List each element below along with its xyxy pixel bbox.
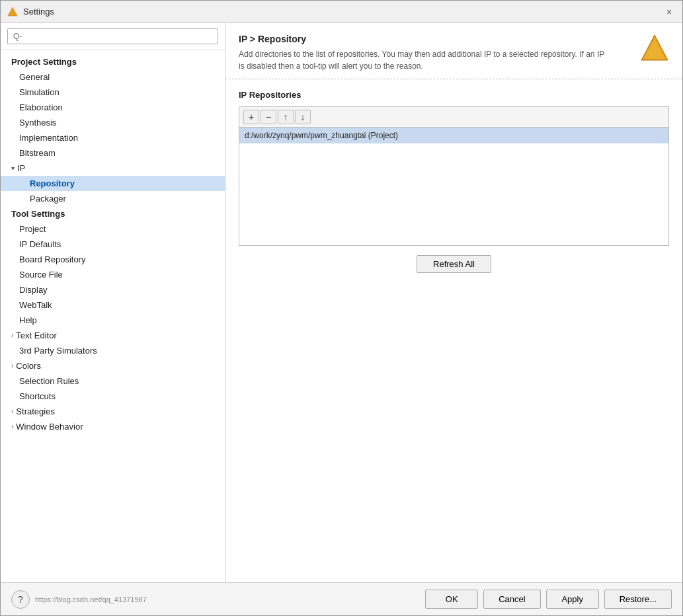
sidebar-item-packager[interactable]: Packager xyxy=(1,191,225,206)
nav-group-ip[interactable]: ▾ IP xyxy=(1,161,225,176)
sidebar-item-repository[interactable]: Repository xyxy=(1,176,225,191)
sidebar-item-implementation[interactable]: Implementation xyxy=(1,130,225,145)
sidebar-item-ip-defaults[interactable]: IP Defaults xyxy=(1,237,225,252)
restore-button[interactable]: Restore... xyxy=(604,590,672,609)
sidebar-item-general[interactable]: General xyxy=(1,69,225,85)
apply-button[interactable]: Apply xyxy=(546,590,599,609)
nav-tree: Project Settings General Simulation Elab… xyxy=(1,50,225,582)
sidebar-item-source-file[interactable]: Source File xyxy=(1,267,225,282)
list-item[interactable]: d:/work/zynq/pwm/pwm_zhuangtai (Project) xyxy=(239,128,668,143)
nav-group-strategies[interactable]: › Strategies xyxy=(1,404,225,419)
strategies-expand-arrow: › xyxy=(11,408,13,415)
search-input[interactable] xyxy=(7,28,218,44)
cancel-button[interactable]: Cancel xyxy=(483,590,540,609)
search-bar xyxy=(1,23,225,50)
repo-list: d:/work/zynq/pwm/pwm_zhuangtai (Project) xyxy=(239,127,669,246)
nav-group-text-editor[interactable]: › Text Editor xyxy=(1,328,225,343)
vivado-logo xyxy=(640,34,669,63)
sidebar-item-display[interactable]: Display xyxy=(1,282,225,297)
sidebar-item-shortcuts[interactable]: Shortcuts xyxy=(1,389,225,404)
nav-group-window-behavior[interactable]: › Window Behavior xyxy=(1,419,225,434)
sidebar-item-simulation[interactable]: Simulation xyxy=(1,85,225,100)
panel-title: IP > Repository xyxy=(239,34,629,44)
repo-toolbar: + − ↑ ↓ xyxy=(239,106,669,127)
sidebar-item-webtalk[interactable]: WebTalk xyxy=(1,297,225,313)
panel-description: Add directories to the list of repositor… xyxy=(239,48,609,72)
text-editor-expand-arrow: › xyxy=(11,332,13,339)
status-text: https://blog.csdn.net/qq_41371987 xyxy=(35,596,420,603)
ip-group-label: IP xyxy=(17,163,25,173)
colors-expand-arrow: › xyxy=(11,362,13,369)
panel-header-text: IP > Repository Add directories to the l… xyxy=(239,34,629,72)
add-repo-button[interactable]: + xyxy=(243,110,259,124)
title-bar: Settings × xyxy=(1,1,682,23)
settings-window: Settings × Project Settings General Simu… xyxy=(0,0,683,616)
panel-header: IP > Repository Add directories to the l… xyxy=(225,23,682,79)
refresh-all-button[interactable]: Refresh All xyxy=(417,255,491,273)
svg-marker-0 xyxy=(8,7,17,16)
main-content: Project Settings General Simulation Elab… xyxy=(1,23,682,582)
ip-repositories-title: IP Repositories xyxy=(239,90,669,100)
window-title: Settings xyxy=(23,7,54,17)
strategies-label: Strategies xyxy=(16,406,55,416)
remove-repo-button[interactable]: − xyxy=(261,110,276,124)
text-editor-label: Text Editor xyxy=(16,330,56,340)
window-behavior-label: Window Behavior xyxy=(16,422,83,432)
sidebar-item-help[interactable]: Help xyxy=(1,313,225,328)
help-button[interactable]: ? xyxy=(11,590,30,609)
window-behavior-expand-arrow: › xyxy=(11,423,13,430)
move-down-button[interactable]: ↓ xyxy=(295,110,311,124)
sidebar-item-synthesis[interactable]: Synthesis xyxy=(1,115,225,130)
ok-button[interactable]: OK xyxy=(425,590,478,609)
colors-label: Colors xyxy=(16,361,41,371)
refresh-btn-area: Refresh All xyxy=(239,255,669,273)
ip-expand-arrow: ▾ xyxy=(11,165,15,172)
sidebar-item-elaboration[interactable]: Elaboration xyxy=(1,100,225,115)
tool-settings-header: Tool Settings xyxy=(1,206,225,221)
app-icon xyxy=(7,7,18,17)
panel-body: IP Repositories + − ↑ ↓ d:/work/zynq/pwm… xyxy=(225,79,682,582)
project-settings-header: Project Settings xyxy=(1,54,225,69)
bottom-bar: ? https://blog.csdn.net/qq_41371987 OK C… xyxy=(1,582,682,615)
close-button[interactable]: × xyxy=(663,5,676,19)
move-up-button[interactable]: ↑ xyxy=(278,110,294,124)
sidebar-item-board-repository[interactable]: Board Repository xyxy=(1,252,225,267)
left-panel: Project Settings General Simulation Elab… xyxy=(1,23,225,582)
title-bar-left: Settings xyxy=(7,7,54,17)
sidebar-item-3rd-party[interactable]: 3rd Party Simulators xyxy=(1,343,225,358)
sidebar-item-project[interactable]: Project xyxy=(1,221,225,237)
nav-group-colors[interactable]: › Colors xyxy=(1,358,225,373)
sidebar-item-selection-rules[interactable]: Selection Rules xyxy=(1,373,225,389)
right-panel: IP > Repository Add directories to the l… xyxy=(225,23,682,582)
sidebar-item-bitstream[interactable]: Bitstream xyxy=(1,145,225,161)
